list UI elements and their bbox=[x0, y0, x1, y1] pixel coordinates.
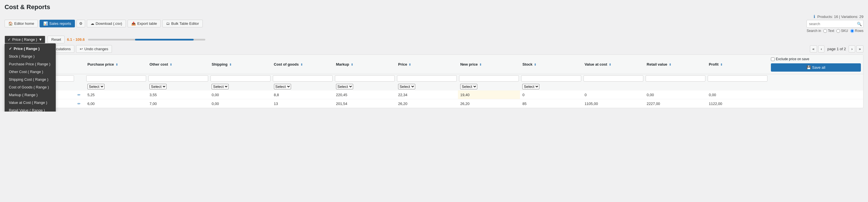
row1-other-cell: 3,55 bbox=[147, 91, 209, 99]
select-stock[interactable]: Select bbox=[522, 84, 539, 89]
prev-page-button[interactable]: ‹ bbox=[818, 45, 825, 52]
settings-button[interactable]: ⚙ bbox=[76, 20, 85, 27]
search-input[interactable] bbox=[806, 20, 863, 28]
filter-purchase-cell bbox=[85, 74, 147, 83]
filter-price-range-button[interactable]: ✓ Price ( Range ) ▼ bbox=[5, 36, 45, 43]
table-apply-row: to apply to all visible products Select … bbox=[5, 83, 863, 91]
select-new-price[interactable]: Select bbox=[460, 84, 477, 89]
pagination-bar: « ‹ page 1 of 2 › » bbox=[810, 45, 863, 52]
menu-item-cog-range[interactable]: Cost of Goods ( Range ) bbox=[5, 83, 56, 91]
col-new-price-header[interactable]: New price ⇕ bbox=[458, 55, 520, 74]
undo-changes-button[interactable]: ↩ Undo changes bbox=[76, 45, 112, 53]
col-cog-header[interactable]: Cost of goods ⇕ bbox=[272, 55, 334, 74]
row2-shipping-cell: 0,00 bbox=[209, 99, 271, 108]
bulk-table-editor-button[interactable]: 🗂 Bulk Table Editor bbox=[162, 20, 203, 27]
filter-save-cell bbox=[769, 74, 863, 83]
reset-button[interactable]: Reset bbox=[48, 36, 65, 43]
col-markup-header[interactable]: Markup ⇕ bbox=[334, 55, 396, 74]
col-retail-value-header[interactable]: Retail value ⇕ bbox=[645, 55, 707, 74]
filter-shipping-input[interactable] bbox=[211, 75, 270, 82]
row1-new-price-cell[interactable]: 19,40 bbox=[458, 91, 520, 99]
search-sku-option[interactable]: SKU bbox=[836, 29, 848, 33]
filter-stock-input[interactable] bbox=[521, 75, 581, 82]
col-price-header[interactable]: Price ⇕ bbox=[396, 55, 458, 74]
row2-new-price-cell[interactable]: 26,20 bbox=[458, 99, 520, 108]
filter-profit-input[interactable] bbox=[708, 75, 768, 82]
filter-new-price-cell bbox=[458, 74, 520, 83]
col-shipping-header[interactable]: Shipping ⇕ bbox=[209, 55, 271, 74]
main-table: Purchase price ⇕ Other cost ⇕ Shipping ⇕… bbox=[5, 55, 863, 108]
filter-retail-input[interactable] bbox=[646, 75, 705, 82]
row1-stock-cell: 0 bbox=[520, 91, 582, 99]
filter-other-input[interactable] bbox=[148, 75, 208, 82]
col-stock-header[interactable]: Stock ⇕ bbox=[520, 55, 582, 74]
products-info: ℹ Products: 16 | Variations: 29 bbox=[814, 14, 863, 19]
search-text-option[interactable]: Text bbox=[823, 29, 834, 33]
table-filter-row bbox=[5, 74, 863, 83]
search-button[interactable]: 🔍 bbox=[857, 22, 862, 26]
row2-markup-cell: 201,54 bbox=[334, 99, 396, 108]
filter-purchase-input[interactable] bbox=[86, 75, 146, 82]
export-table-button[interactable]: 📤 Export table bbox=[128, 20, 161, 27]
menu-item-price-range[interactable]: ✓ Price ( Range ) bbox=[5, 45, 56, 52]
sales-reports-button[interactable]: 📊 Sales reports bbox=[39, 20, 75, 27]
undo-icon: ↩ bbox=[80, 47, 83, 51]
menu-item-shipping-range[interactable]: Shipping Cost ( Range ) bbox=[5, 76, 56, 83]
search-rows-option[interactable]: Rows bbox=[850, 29, 863, 33]
row1-save-cell bbox=[769, 91, 863, 99]
sort-price-icon: ⇕ bbox=[409, 63, 411, 66]
select-other[interactable]: Select bbox=[150, 84, 166, 89]
range-slider[interactable] bbox=[87, 39, 207, 41]
row2-edit-icon[interactable]: ✏ bbox=[78, 102, 81, 106]
download-csv-button[interactable]: ☁ Download (.csv) bbox=[87, 20, 126, 27]
row2-retail-cell: 2227,00 bbox=[645, 99, 707, 108]
filter-markup-input[interactable] bbox=[335, 75, 395, 82]
sort-new-price-icon: ⇕ bbox=[479, 63, 482, 66]
select-cog[interactable]: Select bbox=[274, 84, 291, 89]
exclude-price-checkbox[interactable] bbox=[771, 57, 775, 61]
exclude-price-label[interactable]: Exclude price on save bbox=[771, 57, 809, 61]
select-shipping[interactable]: Select bbox=[212, 84, 229, 89]
row2-other-cell: 7,00 bbox=[147, 99, 209, 108]
select-purchase[interactable]: Select bbox=[87, 84, 104, 89]
last-page-button[interactable]: » bbox=[856, 45, 863, 52]
col-purchase-price-header[interactable]: Purchase price ⇕ bbox=[85, 55, 147, 74]
row1-markup-cell: 220,45 bbox=[334, 91, 396, 99]
row2-save-cell bbox=[769, 99, 863, 108]
col-other-cost-header[interactable]: Other cost ⇕ bbox=[147, 55, 209, 74]
filter-dropdown-menu: ✓ Price ( Range ) Stock ( Range ) Purcha… bbox=[5, 43, 56, 111]
select-price[interactable]: Select bbox=[398, 84, 415, 89]
filter-cog-input[interactable] bbox=[273, 75, 333, 82]
table-header-row: Purchase price ⇕ Other cost ⇕ Shipping ⇕… bbox=[5, 55, 863, 74]
row2-edit-cell: ✏ bbox=[75, 99, 85, 108]
next-page-button[interactable]: › bbox=[849, 45, 855, 52]
filter-markup-cell bbox=[334, 74, 396, 83]
export-icon: 📤 bbox=[131, 21, 136, 26]
row2-cog-cell: 13 bbox=[272, 99, 334, 108]
sort-markup-icon: ⇕ bbox=[351, 63, 353, 66]
chart-icon: 📊 bbox=[43, 21, 48, 26]
filter-vac-input[interactable] bbox=[584, 75, 643, 82]
row1-purchase-cell: 5,25 bbox=[85, 91, 147, 99]
filter-bar: ✓ Price ( Range ) ▼ ✓ Price ( Range ) St… bbox=[5, 36, 863, 43]
filter-new-price-input[interactable] bbox=[459, 75, 519, 82]
search-in-label: Search in bbox=[807, 29, 821, 33]
menu-item-stock-range[interactable]: Stock ( Range ) bbox=[5, 52, 56, 60]
menu-item-vac-range[interactable]: Value at Cost ( Range ) bbox=[5, 99, 56, 106]
filter-price-input[interactable] bbox=[397, 75, 457, 82]
menu-item-retail-range[interactable]: Retail Value ( Range ) bbox=[5, 106, 56, 111]
menu-item-other-cost-range[interactable]: Other Cost ( Range ) bbox=[5, 68, 56, 76]
menu-item-markup-range[interactable]: Markup ( Range ) bbox=[5, 91, 56, 99]
col-profit-header[interactable]: Profit ⇕ bbox=[707, 55, 769, 74]
editor-home-button[interactable]: 🏠 Editor home bbox=[5, 20, 38, 27]
col-edit-header bbox=[75, 55, 85, 74]
first-page-button[interactable]: « bbox=[810, 45, 817, 52]
top-bar-right: ℹ Products: 16 | Variations: 29 🔍 Search… bbox=[806, 14, 863, 33]
save-all-button[interactable]: 💾 Save all bbox=[771, 64, 861, 72]
table-icon: 🗂 bbox=[166, 21, 170, 26]
col-value-at-cost-header[interactable]: Value at cost ⇕ bbox=[582, 55, 645, 74]
toolbar: 🏠 Editor home 📊 Sales reports ⚙ ☁ Downlo… bbox=[5, 20, 203, 27]
menu-item-purchase-range[interactable]: Purchase Price ( Range ) bbox=[5, 60, 56, 68]
row1-edit-icon[interactable]: ✏ bbox=[78, 93, 81, 97]
select-markup[interactable]: Select bbox=[336, 84, 353, 89]
